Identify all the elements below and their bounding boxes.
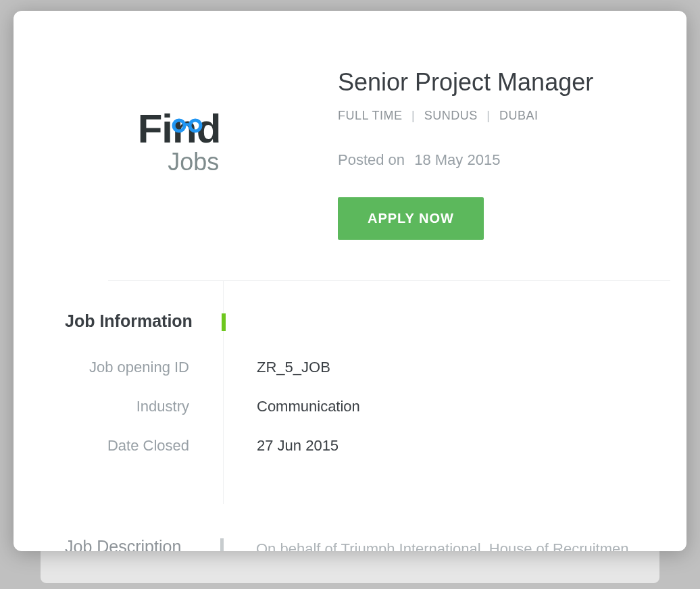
details-section: Job Information Job opening ID ZR_5_JOB … <box>14 281 686 476</box>
job-title: Senior Project Manager <box>338 68 646 97</box>
job-meta-line: FULL TIME | SUNDUS | DUBAI <box>338 109 646 123</box>
svg-point-1 <box>190 120 201 131</box>
description-body: On behalf of Triumph International, Hous… <box>256 537 686 551</box>
inactive-section-indicator <box>220 538 224 551</box>
field-row-date-closed: Date Closed 27 Jun 2015 <box>223 437 686 455</box>
section-title-column: Job Information <box>14 281 223 476</box>
field-row-job-id: Job opening ID ZR_5_JOB <box>223 359 686 376</box>
posted-date: 18 May 2015 <box>414 151 500 168</box>
meta-separator: | <box>486 109 490 122</box>
job-posting-card: Find Jobs Senior Project Manager FULL TI… <box>14 11 686 551</box>
card-stack-shadow <box>41 546 659 583</box>
active-section-indicator <box>222 313 226 331</box>
apply-now-button[interactable]: APPLY NOW <box>338 197 484 240</box>
description-text-line1: On behalf of Triumph International, Hous… <box>256 540 629 551</box>
binoculars-icon <box>170 99 208 140</box>
info-column: Senior Project Manager FULL TIME | SUNDU… <box>304 68 646 240</box>
job-description-heading: Job Description <box>65 537 214 551</box>
description-section: Job Description On behalf of Triumph Int… <box>14 537 686 551</box>
field-value-job-id: ZR_5_JOB <box>223 359 330 376</box>
logo-text-find: Find <box>138 109 221 149</box>
field-row-industry: Industry Communication <box>223 398 686 415</box>
posted-label: Posted on <box>338 151 405 168</box>
header-section: Find Jobs Senior Project Manager FULL TI… <box>14 11 686 280</box>
findjobs-logo: Find Jobs <box>138 109 221 176</box>
logo-column: Find Jobs <box>54 68 304 240</box>
job-location: DUBAI <box>499 109 539 122</box>
field-value-date-closed: 27 Jun 2015 <box>223 437 339 455</box>
job-company: SUNDUS <box>424 109 478 122</box>
fields-column: Job opening ID ZR_5_JOB Industry Communi… <box>223 281 686 476</box>
field-value-industry: Communication <box>223 398 360 415</box>
meta-separator: | <box>411 109 415 122</box>
posted-row: Posted on 18 May 2015 <box>338 151 646 169</box>
job-type: FULL TIME <box>338 109 403 122</box>
svg-point-0 <box>174 120 184 131</box>
logo-text-jobs: Jobs <box>138 148 221 176</box>
job-information-heading: Job Information <box>65 311 223 331</box>
